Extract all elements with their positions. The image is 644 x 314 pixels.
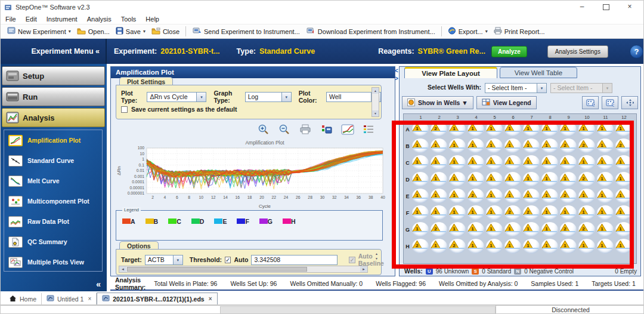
well-A1[interactable]: 1: [411, 121, 430, 138]
well-H3[interactable]: 2: [448, 238, 467, 255]
menu-edit[interactable]: Edit: [26, 16, 37, 23]
threshold-value-input[interactable]: [251, 255, 338, 265]
well-G10[interactable]: 2: [578, 221, 596, 238]
well-B9[interactable]: 2: [559, 138, 578, 155]
well-A12[interactable]: 1: [615, 121, 633, 138]
well-G5[interactable]: 1: [485, 221, 504, 238]
well-D1[interactable]: 1: [411, 171, 430, 188]
toolbar-print-report[interactable]: Print Report...: [491, 26, 548, 37]
well-F6[interactable]: 2: [504, 205, 522, 221]
well-C12[interactable]: 1: [615, 155, 633, 171]
well-G12[interactable]: 1: [615, 221, 633, 238]
print-plot-icon[interactable]: [298, 123, 312, 136]
well-E2[interactable]: 1: [430, 188, 448, 205]
well-C9[interactable]: 1: [559, 155, 578, 171]
scrollbar-thumb[interactable]: [127, 267, 307, 272]
well-D2[interactable]: 1: [430, 171, 448, 188]
zoom-in-icon[interactable]: [256, 123, 271, 136]
options-spinner[interactable]: ▲▼: [375, 252, 378, 260]
well-H5[interactable]: 1: [485, 238, 504, 255]
save-default-checkbox[interactable]: [121, 106, 128, 113]
well-E7[interactable]: 1: [522, 188, 541, 205]
well-C5[interactable]: 1: [485, 155, 504, 171]
well-B6[interactable]: 1: [504, 138, 522, 155]
options-h-scrollbar[interactable]: ◄ ►: [119, 266, 368, 273]
tab-view-plate-layout[interactable]: View Plate Layout: [404, 67, 497, 78]
well-A10[interactable]: 1: [578, 121, 596, 138]
well-G6[interactable]: 1: [504, 221, 522, 238]
target-dropdown[interactable]: ACTB▾: [145, 255, 183, 265]
well-D11[interactable]: 1: [596, 171, 615, 188]
well-H8[interactable]: 1: [541, 238, 559, 255]
well-A3[interactable]: 1: [448, 121, 467, 138]
well-H2[interactable]: 1: [430, 238, 448, 255]
well-H6[interactable]: 1: [504, 238, 522, 255]
well-C6[interactable]: 1: [504, 155, 522, 171]
plot-settings-scrollbar[interactable]: ▲ ▼: [371, 87, 379, 117]
well-G8[interactable]: 1: [541, 221, 559, 238]
collapse-left-icon[interactable]: <: [395, 68, 400, 74]
well-H12[interactable]: 1: [615, 238, 633, 255]
sidebar-item-amplification-plot[interactable]: Amplification Plot: [4, 130, 102, 150]
well-A5[interactable]: 1: [485, 121, 504, 138]
sidebar-section-setup[interactable]: Setup: [2, 66, 105, 85]
sidebar-item-multiple-plots-view[interactable]: Multiple Plots View: [4, 252, 102, 272]
tab-202101-sybr-t-0127-1-1-eds[interactable]: 202101-SYBR-t...0127(1)(1).eds×: [97, 293, 217, 304]
plot-properties-icon[interactable]: [340, 123, 355, 136]
well-B4[interactable]: 1: [467, 138, 485, 155]
well-B2[interactable]: 1: [430, 138, 448, 155]
well-H10[interactable]: 1: [578, 238, 596, 255]
well-A2[interactable]: 2: [430, 121, 448, 138]
well-B3[interactable]: 1: [448, 138, 467, 155]
plot-type-dropdown[interactable]: ΔRn vs Cycle▾: [147, 92, 206, 102]
well-G7[interactable]: 1: [522, 221, 541, 238]
sidebar-section-run[interactable]: Run: [2, 87, 105, 106]
well-H11[interactable]: 1: [596, 238, 615, 255]
well-E3[interactable]: 1: [448, 188, 467, 205]
well-G3[interactable]: 1: [448, 221, 467, 238]
menu-file[interactable]: File: [5, 16, 16, 23]
menu-analysis[interactable]: Analysis: [87, 16, 112, 23]
well-F9[interactable]: 1: [559, 205, 578, 221]
well-B12[interactable]: 2: [615, 138, 633, 155]
well-F10[interactable]: 1: [578, 205, 596, 221]
sidebar-item-multicomponent-plot[interactable]: Multicomponent Plot: [4, 191, 102, 211]
well-F11[interactable]: 1: [596, 205, 615, 221]
well-F8[interactable]: 1: [541, 205, 559, 221]
well-B1[interactable]: 1: [411, 138, 430, 155]
well-A8[interactable]: 1: [541, 121, 559, 138]
well-E11[interactable]: 1: [596, 188, 615, 205]
well-H9[interactable]: 1: [559, 238, 578, 255]
help-icon[interactable]: ?: [630, 45, 643, 59]
well-D3[interactable]: 1: [448, 171, 467, 188]
well-D7[interactable]: 1: [522, 171, 541, 188]
well-G2[interactable]: 2: [430, 221, 448, 238]
graph-type-dropdown[interactable]: Log▾: [245, 92, 292, 102]
sidebar-collapse-icon[interactable]: «: [96, 279, 101, 289]
well-H1[interactable]: 2: [411, 238, 430, 255]
scroll-left-icon[interactable]: ◄: [119, 266, 126, 272]
maximize-button[interactable]: [596, 1, 616, 13]
well-F3[interactable]: 1: [448, 205, 467, 221]
sidebar-item-qc-summary[interactable]: QC Summary: [4, 232, 102, 252]
well-E4[interactable]: 2: [467, 188, 485, 205]
show-in-wells-button[interactable]: Show in Wells ▼: [402, 96, 473, 109]
close-tab-icon[interactable]: ×: [209, 295, 212, 302]
well-D9[interactable]: 1: [559, 171, 578, 188]
tab-home[interactable]: Home: [4, 293, 42, 304]
sidebar-item-melt-curve[interactable]: Melt Curve: [4, 171, 102, 191]
minimize-button[interactable]: –: [572, 1, 592, 13]
well-F12[interactable]: 1: [615, 205, 633, 221]
select-wells-dropdown-1[interactable]: - Select Item -▾: [485, 83, 547, 93]
plate-pan-button[interactable]: [621, 96, 638, 109]
scroll-up-icon[interactable]: ▲: [372, 88, 379, 94]
toolbar-export[interactable]: Export...▾: [445, 26, 491, 37]
well-C1[interactable]: 1: [411, 155, 430, 171]
well-D12[interactable]: 1: [615, 171, 633, 188]
copy-plot-icon[interactable]: [320, 123, 334, 136]
well-G11[interactable]: 1: [596, 221, 615, 238]
panel-splitter[interactable]: < >: [395, 68, 400, 82]
menu-instrument[interactable]: Instrument: [47, 16, 78, 23]
toolbar-close[interactable]: Close: [148, 26, 182, 37]
analysis-settings-button[interactable]: Analysis Settings: [547, 45, 608, 58]
